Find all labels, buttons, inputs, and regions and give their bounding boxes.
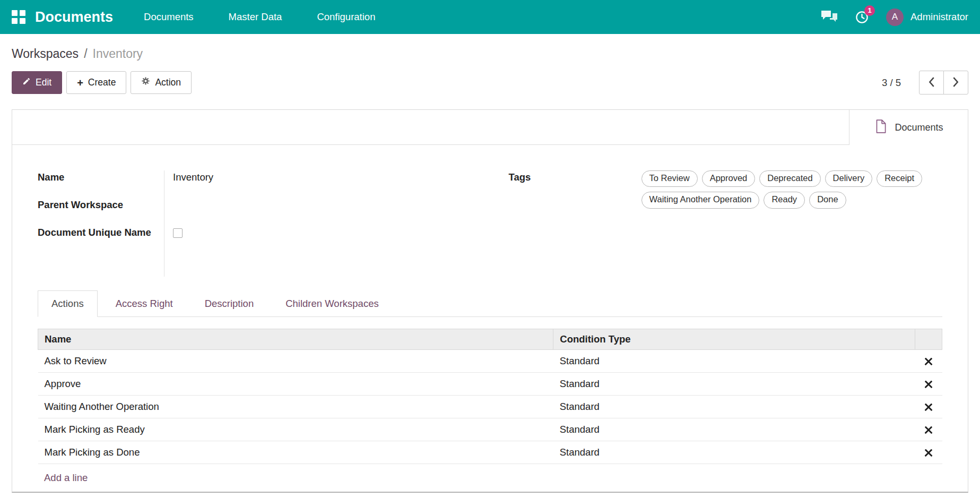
create-button[interactable]: + Create: [66, 71, 126, 94]
column-header-condition-type: Condition Type: [553, 329, 915, 350]
field-label-parent-workspace: Parent Workspace: [38, 198, 164, 226]
tag-pill: To Review: [641, 170, 698, 187]
table-row[interactable]: Approve Standard: [38, 373, 942, 396]
cell-name: Waiting Another Operation: [38, 396, 553, 418]
field-value-parent-workspace: [164, 198, 472, 226]
menu-master-data[interactable]: Master Data: [229, 1, 282, 33]
cell-name: Approve: [38, 373, 553, 396]
table-row[interactable]: Waiting Another Operation Standard: [38, 396, 942, 418]
edit-button[interactable]: Edit: [12, 71, 62, 94]
tag-pill: Receipt: [877, 170, 922, 187]
plus-icon: +: [77, 78, 83, 88]
table-row[interactable]: Mark Picking as Done Standard: [38, 441, 942, 464]
field-label-name: Name: [38, 170, 164, 198]
avatar: A: [886, 8, 904, 26]
tab-actions[interactable]: Actions: [38, 290, 98, 317]
field-group-left: Name Inventory Parent Workspace Document…: [38, 170, 472, 277]
chevron-right-icon: [952, 76, 959, 89]
user-menu[interactable]: A Administrator: [886, 8, 968, 26]
action-button[interactable]: Action: [131, 71, 192, 94]
navbar-systray: 1 A Administrator: [821, 8, 968, 26]
column-header-delete: [915, 329, 942, 350]
cell-condition-type: Standard: [553, 350, 915, 373]
delete-row-icon[interactable]: [924, 380, 933, 389]
table-row[interactable]: Ask to Review Standard: [38, 350, 942, 373]
pager-next-button[interactable]: [943, 71, 968, 95]
cell-condition-type: Standard: [553, 396, 915, 418]
field-group-right: Tags To Review Approved Deprecated Deliv…: [509, 170, 943, 209]
cell-name: Mark Picking as Done: [38, 441, 553, 464]
pager-counter: 3 / 5: [882, 77, 901, 89]
delete-row-icon[interactable]: [924, 426, 933, 434]
cell-condition-type: Standard: [553, 418, 915, 441]
chevron-left-icon: [928, 76, 935, 89]
cell-condition-type: Standard: [553, 373, 915, 396]
messages-icon[interactable]: [821, 10, 838, 24]
actions-table: Name Condition Type Ask to Review Standa…: [38, 329, 942, 464]
document-unique-name-checkbox[interactable]: [173, 228, 183, 238]
pager-prev-button[interactable]: [919, 71, 944, 95]
form-sheet: Documents Name Inventory Parent Workspac…: [12, 109, 968, 493]
pencil-icon: [22, 76, 31, 89]
tag-pill: Ready: [764, 192, 805, 208]
delete-row-icon[interactable]: [924, 357, 933, 366]
field-value-document-unique-name: [164, 226, 472, 277]
navbar-menu: Documents Master Data Configuration: [144, 1, 375, 33]
notebook-tabs: Actions Access Right Description Childre…: [38, 290, 942, 317]
tag-pill: Delivery: [825, 170, 873, 187]
field-value-name: Inventory: [164, 170, 472, 198]
user-name: Administrator: [910, 11, 968, 23]
cell-condition-type: Standard: [553, 441, 915, 464]
tab-description[interactable]: Description: [191, 290, 268, 317]
field-label-tags: Tags: [509, 170, 641, 209]
breadcrumb: Workspaces / Inventory: [0, 34, 980, 61]
field-value-tags: To Review Approved Deprecated Delivery R…: [641, 170, 943, 209]
breadcrumb-workspaces-link[interactable]: Workspaces: [12, 47, 79, 61]
menu-configuration[interactable]: Configuration: [317, 1, 375, 33]
breadcrumb-separator: /: [84, 47, 87, 61]
column-header-name: Name: [38, 329, 553, 350]
tab-access-right[interactable]: Access Right: [102, 290, 187, 317]
add-a-line-link[interactable]: Add a line: [38, 464, 94, 492]
button-box: Documents: [12, 110, 968, 145]
tag-pill: Done: [809, 192, 846, 208]
document-icon: [874, 119, 888, 136]
cell-name: Ask to Review: [38, 350, 553, 373]
breadcrumb-current: Inventory: [93, 47, 143, 61]
field-label-document-unique-name: Document Unique Name: [38, 226, 164, 277]
pager: 3 / 5: [882, 71, 968, 95]
cell-name: Mark Picking as Ready: [38, 418, 553, 441]
apps-menu-icon[interactable]: [12, 10, 25, 24]
control-panel: Edit + Create Action 3 / 5: [0, 61, 980, 95]
tag-pill: Deprecated: [759, 170, 820, 187]
table-row[interactable]: Mark Picking as Ready Standard: [38, 418, 942, 441]
field-group: Name Inventory Parent Workspace Document…: [38, 170, 942, 277]
menu-documents[interactable]: Documents: [144, 1, 194, 33]
delete-row-icon[interactable]: [924, 403, 933, 412]
delete-row-icon[interactable]: [924, 449, 933, 457]
app-brand[interactable]: Documents: [35, 9, 113, 25]
activity-icon[interactable]: 1: [855, 10, 869, 24]
activity-badge: 1: [864, 5, 875, 16]
documents-stat-button[interactable]: Documents: [849, 110, 968, 145]
gear-icon: [141, 76, 150, 89]
tag-pill: Waiting Another Operation: [641, 192, 760, 208]
top-navbar: Documents Documents Master Data Configur…: [0, 0, 980, 34]
tab-children-workspaces[interactable]: Children Workspaces: [272, 290, 392, 317]
tag-pill: Approved: [702, 170, 756, 187]
